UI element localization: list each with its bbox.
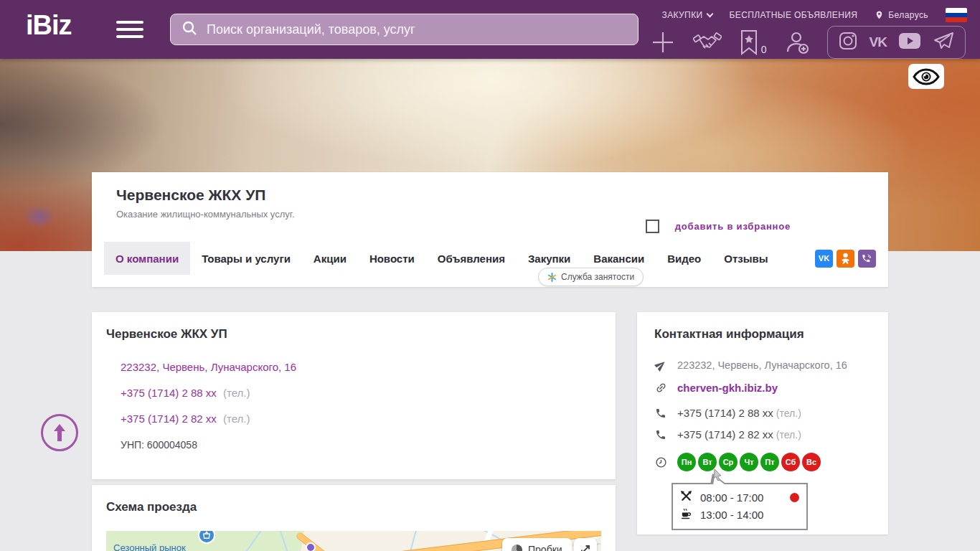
mouse-cursor-icon <box>713 468 723 481</box>
phone-number: +375 (1714) 2 82 хх <box>677 428 773 441</box>
youtube-icon[interactable] <box>899 33 920 52</box>
employment-service-label: Служба занятости <box>561 272 634 282</box>
instagram-icon[interactable] <box>839 32 857 53</box>
ibiz-logo[interactable]: iBiz <box>26 10 72 41</box>
add-to-favorites[interactable]: добавить в избранное <box>646 220 791 233</box>
search-input[interactable] <box>207 22 628 37</box>
work-hours-row: 08:00 - 17:00 <box>680 489 799 506</box>
day-badge-thu[interactable]: Чт <box>740 453 758 471</box>
user-add-icon[interactable] <box>784 29 810 55</box>
contact-phone[interactable]: +375 (1714) 2 82 хх(тел.) <box>677 428 801 441</box>
employment-service-icon <box>547 273 557 282</box>
phone-link[interactable]: +375 (1714) 2 82 хх <box>121 413 217 425</box>
work-hours: 08:00 - 17:00 <box>700 491 763 504</box>
phone-number: +375 (1714) 2 88 хх <box>677 407 773 419</box>
handshake-icon[interactable] <box>693 30 722 55</box>
vk-icon[interactable]: VK <box>870 34 887 50</box>
favorite-checkbox[interactable] <box>646 220 659 233</box>
telegram-icon[interactable] <box>933 31 954 54</box>
favorites-count: 0 <box>761 44 767 55</box>
map-section-title: Схема проезда <box>92 485 616 514</box>
contact-address-row: 223232, Червень, Луначарского, 16 <box>637 359 888 371</box>
tab-products[interactable]: Товары и услуги <box>190 242 302 275</box>
working-days-row: Пн Вт Ср Чт Пт Сб Вс <box>637 453 888 471</box>
tab-video[interactable]: Видео <box>656 242 712 275</box>
contact-address: 223232, Червень, Луначарского, 16 <box>677 359 847 371</box>
map-poi-marker[interactable] <box>306 542 316 551</box>
clock-icon <box>654 456 667 468</box>
tab-reviews[interactable]: Отзывы <box>712 242 779 275</box>
navigation-arrow-icon <box>654 359 667 371</box>
contact-phone-row: +375 (1714) 2 82 хх(тел.) <box>637 428 888 441</box>
tab-label: Закупки <box>528 253 570 265</box>
tab-about[interactable]: О компании <box>104 242 190 275</box>
company-header-card: Червенское ЖКХ УП Оказание жилищно-комму… <box>92 172 888 287</box>
day-badge-sat[interactable]: Сб <box>781 453 800 471</box>
favorites-bookmark-icon[interactable]: 0 <box>739 29 767 55</box>
contact-phone[interactable]: +375 (1714) 2 88 хх(тел.) <box>677 407 801 419</box>
add-company-icon[interactable] <box>650 29 676 55</box>
map[interactable]: Сезонный рынок Пробки <box>106 531 601 551</box>
company-tabs: О компании Товары и услуги Акции Новости… <box>104 242 876 275</box>
nav-zakupki-label: ЗАКУПКИ <box>662 10 703 20</box>
phone-note: (тел.) <box>776 408 801 419</box>
phone-row: +375 (1714) 2 82 хх (тел.) <box>121 413 616 425</box>
phone-icon <box>654 408 667 419</box>
hamburger-menu-icon[interactable] <box>116 21 143 42</box>
tab-ads[interactable]: Объявления <box>426 242 517 275</box>
work-tools-icon <box>680 490 692 505</box>
nav-free-ads-label: БЕСПЛАТНЫЕ ОБЪЯВЛЕНИЯ <box>730 10 858 20</box>
tab-news[interactable]: Новости <box>358 242 426 275</box>
nav-zakupki[interactable]: ЗАКУПКИ <box>662 10 712 20</box>
tab-label: Отзывы <box>724 253 768 265</box>
contact-website-row: cherven-gkh.ibiz.by <box>637 382 888 394</box>
company-name: Червенское ЖКХ УП <box>92 172 888 204</box>
ok-icon <box>840 253 851 265</box>
working-hours-tooltip: 08:00 - 17:00 13:00 - 14:00 <box>672 483 808 530</box>
day-badge-sun[interactable]: Вс <box>802 453 821 471</box>
traffic-button[interactable]: Пробки <box>502 538 572 551</box>
directions-card: Схема проезда Сезонный рынок Пробки <box>92 485 616 551</box>
break-hours-row: 13:00 - 14:00 <box>680 506 799 523</box>
expand-icon <box>580 544 591 551</box>
tab-label: Товары и услуги <box>202 253 291 265</box>
accessibility-eye-button[interactable] <box>908 64 944 89</box>
chevron-down-icon <box>706 11 713 18</box>
phone-note: (тел.) <box>223 387 250 399</box>
contact-phone-row: +375 (1714) 2 88 хх(тел.) <box>637 407 888 419</box>
favorite-label: добавить в избранное <box>675 221 791 232</box>
map-market-label: Сезонный рынок <box>113 542 186 551</box>
company-website-link[interactable]: cherven-gkh.ibiz.by <box>677 382 778 394</box>
employment-service-badge[interactable]: Служба занятости <box>538 268 644 286</box>
header-social-bar: VK <box>827 26 966 59</box>
company-unp: УНП: 600004058 <box>121 439 616 451</box>
phone-note: (тел.) <box>776 429 801 441</box>
location-pin-icon <box>875 9 884 21</box>
nav-free-ads[interactable]: БЕСПЛАТНЫЕ ОБЪЯВЛЕНИЯ <box>730 10 858 20</box>
company-address-link[interactable]: 223232, Червень, Луначарского, 16 <box>121 361 296 373</box>
back-to-top-button[interactable] <box>41 414 78 451</box>
about-title: Червенское ЖКХ УП <box>92 312 616 342</box>
russian-flag-icon[interactable] <box>946 8 967 22</box>
day-badge-mon[interactable]: Пн <box>677 453 696 471</box>
phone-link[interactable]: +375 (1714) 2 88 хх <box>121 387 217 399</box>
traffic-icon <box>512 545 522 551</box>
search-bar <box>170 14 639 45</box>
map-expand-button[interactable] <box>574 538 597 551</box>
tab-label: Объявления <box>438 253 505 265</box>
location-selector[interactable]: Беларусь <box>875 9 928 21</box>
search-icon <box>181 19 198 39</box>
location-label: Беларусь <box>888 10 928 20</box>
map-road <box>398 531 418 551</box>
odnoklassniki-button[interactable] <box>837 250 854 268</box>
break-hours: 13:00 - 14:00 <box>700 509 763 521</box>
day-badge-fri[interactable]: Пт <box>760 453 779 471</box>
tab-label: Акции <box>314 253 347 265</box>
phone-icon <box>654 429 667 441</box>
eye-icon <box>913 68 940 85</box>
viber-button[interactable] <box>858 250 876 268</box>
vk-share-button[interactable]: VK <box>815 250 833 268</box>
tab-label: Новости <box>369 253 415 265</box>
viber-icon <box>862 253 872 264</box>
tab-promotions[interactable]: Акции <box>302 242 358 275</box>
